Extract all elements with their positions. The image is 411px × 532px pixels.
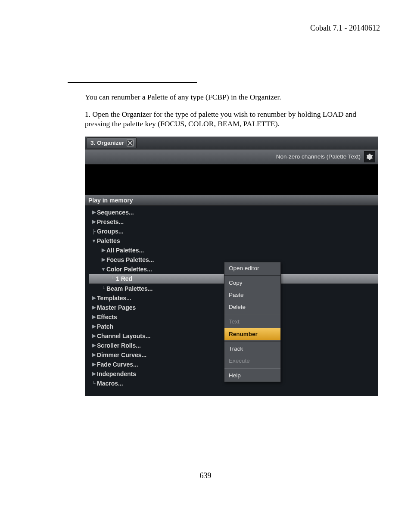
menu-separator <box>224 368 280 369</box>
tree-label: Scroller Rolls... <box>97 342 141 349</box>
toolbar-label: Non-zero channels (Palette Text) <box>276 153 361 160</box>
menu-track[interactable]: Track <box>224 343 280 355</box>
page-number: 639 <box>0 471 411 480</box>
tree-all-palettes[interactable]: ▶All Palettes... <box>89 246 378 255</box>
chevron-right-icon: ▶ <box>91 342 97 348</box>
content-area-empty <box>85 165 378 195</box>
tree-label: 1 Red <box>116 275 132 282</box>
tree-label: Effects <box>97 314 117 320</box>
settings-button[interactable] <box>364 151 375 162</box>
section-rule <box>68 82 197 83</box>
tree-label: Beam Palettes... <box>106 285 153 292</box>
tree-label: Patch <box>97 323 113 330</box>
tree-label: Macros... <box>97 380 123 387</box>
chevron-right-icon: ▶ <box>91 371 97 376</box>
tab-title: 3. Organizer <box>90 140 124 146</box>
tree-guide-icon: └ <box>100 286 106 291</box>
menu-separator <box>224 341 280 342</box>
tree-label: Master Pages <box>97 304 136 311</box>
chevron-right-icon: ▶ <box>100 247 106 253</box>
body-paragraph-2: 1. Open the Organizer for the type of pa… <box>85 110 376 129</box>
tree-sequences[interactable]: ▶Sequences... <box>89 208 378 217</box>
menu-renumber[interactable]: Renumber <box>224 328 280 340</box>
tab-bar: 3. Organizer <box>85 137 378 149</box>
tree-guide-icon: ├ <box>91 229 97 234</box>
chevron-right-icon: ▶ <box>91 219 97 224</box>
tree-label: Palettes <box>97 237 120 244</box>
tree-label: Groups... <box>97 228 123 235</box>
context-menu: Open editor Copy Paste Delete Text Renum… <box>224 262 281 382</box>
tree-palettes[interactable]: ▼Palettes <box>89 236 378 246</box>
tree-label: Dimmer Curves... <box>97 352 146 358</box>
gear-icon <box>366 153 373 160</box>
chevron-right-icon: ▶ <box>91 314 97 320</box>
tree-label: Independents <box>97 370 136 377</box>
menu-paste[interactable]: Paste <box>224 289 280 301</box>
tree-guide-icon: └ <box>91 381 97 386</box>
chevron-down-icon: ▼ <box>100 267 106 272</box>
body-paragraph-1: You can renumber a Palette of any type (… <box>85 93 376 102</box>
menu-separator <box>224 275 280 276</box>
menu-help[interactable]: Help <box>224 370 280 382</box>
tree-label: Presets... <box>97 218 124 225</box>
chevron-right-icon: ▶ <box>91 324 97 329</box>
menu-execute: Execute <box>224 355 280 367</box>
tree-label: Focus Palettes... <box>106 256 154 263</box>
close-icon[interactable] <box>127 140 134 146</box>
chevron-right-icon: ▶ <box>100 257 106 262</box>
section-play-in-memory: Play in memory <box>85 195 378 206</box>
tree-groups[interactable]: ├Groups... <box>89 227 378 236</box>
tab-organizer[interactable]: 3. Organizer <box>87 137 137 148</box>
chevron-right-icon: ▶ <box>91 333 97 339</box>
chevron-right-icon: ▶ <box>91 352 97 358</box>
menu-text: Text <box>224 316 280 328</box>
chevron-right-icon: ▶ <box>91 295 97 301</box>
tree-label: Channel Layouts... <box>97 333 150 339</box>
chevron-down-icon: ▼ <box>91 238 97 243</box>
chevron-right-icon: ▶ <box>91 209 97 215</box>
menu-delete[interactable]: Delete <box>224 301 280 313</box>
tree-label: Sequences... <box>97 209 134 216</box>
menu-copy[interactable]: Copy <box>224 277 280 289</box>
tree-presets[interactable]: ▶Presets... <box>89 217 378 227</box>
tree-label: Color Palettes... <box>106 266 152 273</box>
menu-separator <box>224 314 280 315</box>
tree-guide-icon: └ <box>110 276 116 281</box>
tree-label: Templates... <box>97 295 131 302</box>
chevron-right-icon: ▶ <box>91 305 97 310</box>
chevron-right-icon: ▶ <box>91 361 97 367</box>
tree-label: All Palettes... <box>106 247 144 254</box>
doc-header: Cobalt 7.1 - 20140612 <box>31 24 380 33</box>
toolbar: Non-zero channels (Palette Text) <box>85 149 378 165</box>
tree-label: Fade Curves... <box>97 361 138 368</box>
menu-open-editor[interactable]: Open editor <box>224 262 280 274</box>
